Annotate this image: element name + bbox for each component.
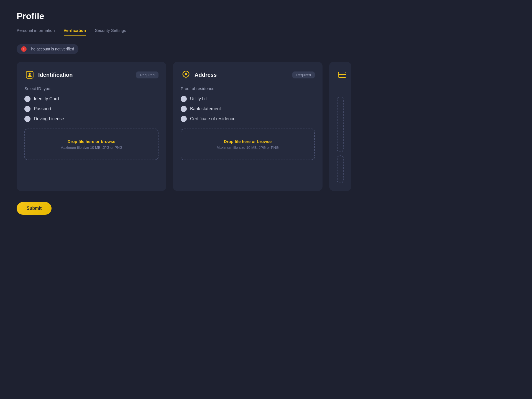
- radio-passport[interactable]: Passport: [24, 106, 158, 112]
- identification-section-label: Select ID type:: [24, 86, 158, 91]
- radio-bank-statement[interactable]: Bank statement: [181, 106, 315, 112]
- radio-circle-utility-bill: [181, 96, 187, 102]
- address-drop-zone-sub: Maximum file size 10 MB, JPG or PNG: [187, 145, 309, 150]
- address-card-title: Address: [195, 72, 217, 78]
- radio-label-utility-bill: Utility bill: [190, 96, 208, 101]
- radio-utility-bill[interactable]: Utility bill: [181, 96, 315, 102]
- address-title-group: Address: [181, 70, 217, 80]
- address-browse-link[interactable]: browse: [257, 139, 272, 144]
- radio-driving-license[interactable]: Driving License: [24, 116, 158, 122]
- address-card-header: Address Required: [181, 70, 315, 80]
- radio-label-identity-card: Identity Card: [34, 96, 59, 101]
- address-required-badge: Required: [292, 71, 315, 78]
- identification-drop-zone-main: Drop file here or browse: [30, 139, 152, 144]
- address-card: Address Required Proof of residence: Uti…: [173, 62, 323, 191]
- svg-point-1: [29, 73, 31, 75]
- radio-label-passport: Passport: [34, 106, 51, 111]
- tabs-nav: Personal information Verification Securi…: [17, 28, 515, 36]
- cards-container: Identification Required Select ID type: …: [17, 62, 515, 191]
- person-icon: [24, 70, 35, 80]
- address-section-label: Proof of residence:: [181, 86, 315, 91]
- identification-card-title: Identification: [38, 72, 73, 78]
- identification-drop-zone-sub: Maximum file size 10 MB, JPG or PNG: [30, 145, 152, 150]
- radio-label-certificate-of-residence: Certificate of residence: [190, 116, 236, 121]
- address-drop-zone-main: Drop file here or browse: [187, 139, 309, 144]
- radio-circle-bank-statement: [181, 106, 187, 112]
- identification-card: Identification Required Select ID type: …: [17, 62, 166, 191]
- identification-title-group: Identification: [24, 70, 73, 80]
- radio-circle-certificate-of-residence: [181, 116, 187, 122]
- card-icon: [337, 70, 347, 80]
- identification-browse-link[interactable]: browse: [101, 139, 116, 144]
- radio-circle-driving-license: [24, 116, 30, 122]
- identification-radio-group: Identity Card Passport Driving License: [24, 96, 158, 122]
- svg-rect-5: [338, 74, 346, 75]
- address-drop-zone[interactable]: Drop file here or browse Maximum file si…: [181, 129, 315, 160]
- tab-verification[interactable]: Verification: [64, 28, 86, 36]
- radio-circle-passport: [24, 106, 30, 112]
- radio-identity-card[interactable]: Identity Card: [24, 96, 158, 102]
- address-drop-text: Drop file here or: [224, 139, 257, 144]
- third-card-partial: [329, 62, 351, 191]
- radio-circle-identity-card: [24, 96, 30, 102]
- identification-drop-text: Drop file here or: [68, 139, 101, 144]
- radio-label-driving-license: Driving License: [34, 116, 64, 121]
- svg-point-3: [185, 73, 187, 75]
- page-title: Profile: [17, 11, 515, 21]
- identification-card-header: Identification Required: [24, 70, 158, 80]
- address-radio-group: Utility bill Bank statement Certificate …: [181, 96, 315, 122]
- alert-icon: !: [21, 46, 27, 52]
- radio-certificate-of-residence[interactable]: Certificate of residence: [181, 116, 315, 122]
- submit-button[interactable]: Submit: [17, 202, 52, 215]
- tab-security-settings[interactable]: Security Settings: [95, 28, 126, 36]
- location-icon: [181, 70, 191, 80]
- alert-banner: ! The account is not verified: [17, 44, 78, 54]
- radio-label-bank-statement: Bank statement: [190, 106, 221, 111]
- identification-drop-zone[interactable]: Drop file here or browse Maximum file si…: [24, 129, 158, 160]
- identification-required-badge: Required: [136, 71, 158, 78]
- alert-message: The account is not verified: [29, 47, 74, 51]
- tab-personal-information[interactable]: Personal information: [17, 28, 55, 36]
